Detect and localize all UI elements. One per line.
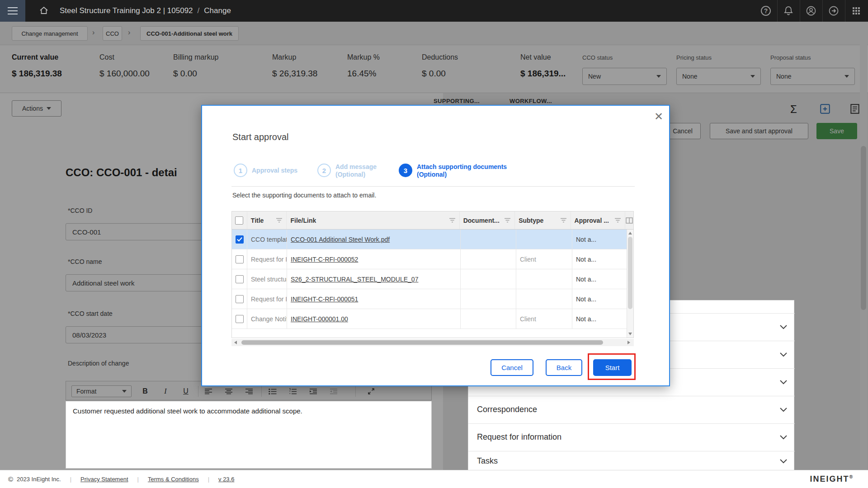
table-vertical-scrollbar[interactable] (627, 230, 633, 338)
row-checkbox[interactable] (236, 275, 244, 283)
description-editor[interactable]: Customer requested additional steel work… (66, 401, 432, 469)
privacy-statement-link[interactable]: Privacy Statement (80, 476, 128, 483)
copyright-text: 2023 InEight Inc. (17, 476, 61, 483)
user-icon (806, 5, 816, 16)
column-header-approval[interactable]: Approval ... (571, 211, 625, 229)
row-approval: Not a... (572, 249, 627, 269)
home-icon (38, 5, 49, 16)
column-header-file-link[interactable]: File/Link (287, 211, 459, 229)
supporting-documents-table: Title File/Link Document... Subtype Appr… (231, 211, 634, 338)
row-approval: Not a... (572, 269, 627, 289)
column-header-document[interactable]: Document... (460, 211, 515, 229)
filter-icon[interactable] (276, 218, 283, 223)
help-icon: ? (761, 6, 771, 16)
header-label: Document... (463, 217, 504, 224)
row-document (461, 249, 516, 269)
step-1-label[interactable]: Approval steps (252, 167, 297, 174)
table-row[interactable]: CCO template CCO-001 Additional Steel Wo… (232, 230, 633, 249)
scroll-up-icon[interactable] (628, 232, 632, 235)
help-button[interactable]: ? (755, 0, 777, 22)
table-row[interactable]: Change Notifi... INEIGHT-000001.00 Clien… (232, 309, 633, 329)
divider (231, 186, 635, 187)
header-label: File/Link (290, 217, 448, 224)
row-checkbox[interactable] (236, 255, 244, 263)
table-hscroll-thumb[interactable] (241, 340, 603, 345)
hamburger-menu-button[interactable] (0, 0, 25, 22)
notifications-button[interactable] (777, 0, 800, 22)
app-screen: Steel Structure Training Job 2 | 105092/… (0, 0, 868, 488)
table-vscroll-thumb[interactable] (628, 237, 632, 309)
row-title: Request for In... (247, 289, 287, 309)
panel-expand-button[interactable] (779, 380, 788, 385)
file-link[interactable]: INEIGHT-C-RFI-000052 (291, 256, 358, 263)
panel-correspondence-label: Correspondence (477, 405, 537, 414)
file-link[interactable]: CCO-001 Additional Steel Work.pdf (291, 236, 390, 243)
account-button[interactable] (800, 0, 822, 22)
step-number: 2 (322, 167, 326, 174)
modal-title: Start approval (232, 132, 289, 142)
file-link[interactable]: S26_2-STRUCTURAL_STEEL_MODULE_07 (291, 276, 418, 283)
terms-conditions-link[interactable]: Terms & Conditions (148, 476, 199, 483)
panel-rfi-expand-button[interactable] (779, 435, 788, 440)
column-chooser-button[interactable] (625, 211, 633, 229)
table-row[interactable]: Request for In... INEIGHT-C-RFI-000051 N… (232, 289, 633, 309)
column-header-subtype[interactable]: Subtype (515, 211, 571, 229)
row-title: Steel structur... (247, 269, 287, 289)
panel-expand-button[interactable] (779, 324, 788, 329)
row-checkbox-checked[interactable] (236, 235, 244, 244)
file-link[interactable]: INEIGHT-000001.00 (291, 315, 348, 323)
table-horizontal-scrollbar[interactable] (231, 339, 634, 346)
close-icon[interactable]: ✕ (652, 110, 665, 124)
apps-grid-button[interactable] (845, 0, 868, 22)
row-document (461, 289, 516, 309)
filter-icon[interactable] (449, 218, 456, 223)
step-3-label[interactable]: Attach supporting documents (Optional) (417, 163, 507, 178)
logout-button[interactable] (822, 0, 845, 22)
select-all-checkbox[interactable] (235, 216, 243, 225)
step-2-indicator[interactable]: 2 (317, 164, 331, 177)
row-subtype: Client (516, 309, 572, 328)
panel-tasks-expand-button[interactable] (779, 459, 788, 464)
divider: | (137, 476, 139, 483)
step-2-label[interactable]: Add message (Optional) (335, 163, 377, 178)
row-title: Request for In... (247, 249, 287, 269)
step-3-indicator[interactable]: 3 (399, 164, 412, 177)
column-header-title[interactable]: Title (247, 211, 287, 229)
description-text: Customer requested additional steel work… (73, 407, 302, 415)
modal-cancel-button[interactable]: Cancel (491, 359, 533, 376)
file-link[interactable]: INEIGHT-C-RFI-000051 (291, 296, 358, 303)
scroll-down-icon[interactable] (628, 333, 632, 335)
page-title: Steel Structure Training Job 2 | 105092/… (60, 0, 231, 22)
filter-icon[interactable] (614, 218, 621, 223)
panel-expand-button[interactable] (779, 352, 788, 357)
version-link[interactable]: v 23.6 (218, 476, 234, 483)
row-subtype (516, 230, 572, 249)
step-1-indicator[interactable]: 1 (234, 164, 247, 177)
modal-back-button[interactable]: Back (546, 359, 582, 376)
row-subtype (516, 289, 572, 309)
ineight-logo: INEIGHT® (810, 474, 854, 484)
scroll-left-icon[interactable] (234, 341, 237, 344)
annotation-highlight-box (588, 353, 636, 380)
row-approval: Not a... (572, 309, 627, 328)
header-label: Subtype (519, 217, 560, 224)
filter-icon[interactable] (504, 218, 511, 223)
row-subtype: Client (516, 249, 572, 269)
panel-correspondence-expand-button[interactable] (779, 407, 788, 412)
scroll-right-icon[interactable] (627, 341, 630, 344)
filter-icon[interactable] (560, 218, 567, 223)
home-button[interactable] (33, 0, 55, 22)
copyright-icon: © (8, 475, 13, 483)
footer: © 2023 InEight Inc. | Privacy Statement … (0, 470, 868, 488)
table-row[interactable]: Request for In... INEIGHT-C-RFI-000052 C… (232, 249, 633, 269)
row-document (461, 230, 516, 249)
table-row[interactable]: Steel structur... S26_2-STRUCTURAL_STEEL… (232, 269, 633, 289)
row-approval: Not a... (572, 230, 627, 249)
divider (468, 451, 795, 451)
table-header-row: Title File/Link Document... Subtype Appr… (232, 211, 633, 230)
step-number: 3 (404, 167, 407, 174)
row-checkbox[interactable] (236, 295, 244, 303)
header-label: Approval ... (575, 217, 614, 224)
top-bar: Steel Structure Training Job 2 | 105092/… (0, 0, 868, 22)
row-checkbox[interactable] (236, 315, 244, 323)
